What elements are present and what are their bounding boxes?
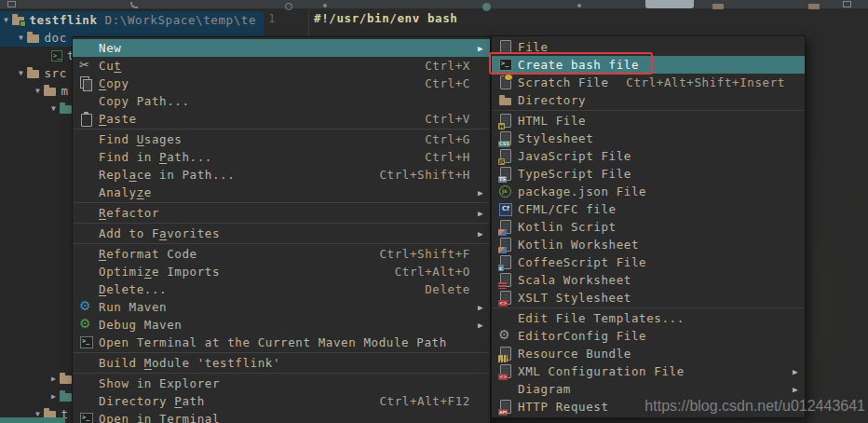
menu-item-add-to-favorites[interactable]: Add to Favorites▶ <box>73 225 490 242</box>
toolbar-icon[interactable] <box>130 2 138 8</box>
no-icon <box>79 282 93 296</box>
submenu-arrow-icon: ▶ <box>474 44 483 53</box>
submenu-item-xml-configuration-file[interactable]: XML Configuration File▶ <box>492 362 805 380</box>
menu-item-build-module-testflink[interactable]: Build Module 'testflink' <box>73 354 490 372</box>
menu-item-label: Add to Favorites <box>99 226 220 240</box>
submenu-item-package-json-file[interactable]: package.json File <box>492 183 805 200</box>
menu-item-shortcut: Ctrl+V <box>425 112 470 126</box>
toolbar-icon[interactable] <box>323 4 327 7</box>
toolbar-icon[interactable] <box>843 1 851 7</box>
menu-separator <box>74 223 489 224</box>
toolbar-icon[interactable] <box>577 4 581 7</box>
menu-item-optimize-imports[interactable]: Optimize ImportsCtrl+Alt+O <box>73 263 490 280</box>
submenu-arrow-icon: ▶ <box>474 321 483 330</box>
menu-item-new[interactable]: New▶ <box>73 39 490 57</box>
submenu-item-stylesheet[interactable]: Stylesheet <box>492 130 805 147</box>
menu-item-label: Scala Worksheet <box>518 273 631 287</box>
submenu-item-kotlin-script[interactable]: Kotlin Script <box>492 218 805 236</box>
submenu-item-resource-bundle[interactable]: Resource Bundle <box>492 345 805 362</box>
menu-item-find-in-path[interactable]: Find in Path...Ctrl+H <box>73 148 490 166</box>
submenu-item-editorconfig-file[interactable]: EditorConfig File <box>492 327 805 345</box>
submenu-item-coffeescript-file[interactable]: CoffeeScript File <box>492 253 805 271</box>
no-icon <box>79 185 93 199</box>
menu-item-refactor[interactable]: Refactor▶ <box>73 204 490 222</box>
menu-item-copy[interactable]: CopyCtrl+C <box>73 75 490 92</box>
menu-item-run-maven[interactable]: Run Maven▶ <box>73 298 490 316</box>
toolbar-icon[interactable] <box>285 3 292 10</box>
tree-label: m <box>61 84 68 98</box>
toolbar-icon[interactable] <box>482 3 491 11</box>
shell-file-icon <box>51 50 62 61</box>
submenu-item-xslt-stylesheet[interactable]: XSLT Stylesheet <box>492 289 805 307</box>
menu-item-cut[interactable]: CutCtrl+X <box>73 57 490 75</box>
no-icon <box>79 394 93 408</box>
submenu-item-scala-worksheet[interactable]: Scala Worksheet <box>492 271 805 289</box>
no-icon <box>79 150 93 164</box>
submenu-item-html-file[interactable]: HTML File <box>492 112 805 130</box>
chevron-right-icon[interactable]: ▶ <box>51 392 56 401</box>
chevron-down-icon[interactable]: ▼ <box>19 69 23 77</box>
project-root-label: testflink <box>29 13 97 27</box>
menu-item-reformat-code[interactable]: Reformat CodeCtrl+Shift+F <box>73 245 490 263</box>
menu-item-show-in-explorer[interactable]: Show in Explorer <box>73 375 490 392</box>
menu-item-label: XML Configuration File <box>518 364 685 378</box>
chevron-down-icon[interactable]: ▼ <box>4 16 8 24</box>
menu-item-open-in-terminal[interactable]: Open in Terminal <box>73 410 490 423</box>
menu-item-label: Delete... <box>99 282 167 296</box>
menu-item-label: Show in Explorer <box>99 376 220 390</box>
xml-file-icon <box>498 364 512 378</box>
submenu-arrow-icon: ▶ <box>474 209 483 218</box>
toolbar-icon[interactable] <box>7 1 16 7</box>
javascript-file-icon <box>498 149 512 163</box>
chevron-down-icon[interactable]: ▼ <box>51 104 56 113</box>
menu-item-delete[interactable]: Delete...Delete <box>73 280 490 298</box>
kotlin-file-icon <box>498 238 512 252</box>
toolbar-folder-icon[interactable] <box>712 4 724 9</box>
ide-window: 1 #!/usr/bin/env bash ▼ testflink D:\Wor… <box>0 0 868 423</box>
project-root-path: D:\WorkSpace\temp\te <box>105 13 257 27</box>
submenu-item-diagram[interactable]: Diagram▶ <box>492 380 805 398</box>
menu-item-debug-maven[interactable]: Debug Maven▶ <box>73 316 490 334</box>
menu-item-paste[interactable]: PasteCtrl+V <box>73 110 490 128</box>
menu-item-copy-path[interactable]: Copy Path... <box>73 92 490 110</box>
chevron-right-icon[interactable]: ▶ <box>51 375 56 383</box>
tree-item-project-root[interactable]: ▼ testflink D:\WorkSpace\temp\te <box>0 11 264 29</box>
submenu-item-kotlin-worksheet[interactable]: Kotlin Worksheet <box>492 236 805 253</box>
menu-item-shortcut: Ctrl+Alt+Shift+Insert <box>626 75 785 89</box>
menu-item-find-usages[interactable]: Find UsagesCtrl+G <box>73 130 490 148</box>
menu-item-analyze[interactable]: Analyze▶ <box>73 184 490 201</box>
line-number: 1 <box>268 11 276 25</box>
no-icon <box>79 206 93 220</box>
menu-item-directory-path[interactable]: Directory PathCtrl+Alt+F12 <box>73 392 490 410</box>
menu-item-open-terminal-at-the-current-maven-module-path[interactable]: Open Terminal at the Current Maven Modul… <box>73 334 490 351</box>
terminal-icon <box>79 412 93 423</box>
menu-item-label: Scratch File <box>518 75 609 89</box>
tree-label: src <box>44 66 66 80</box>
menu-item-shortcut: Delete <box>425 282 470 296</box>
toolbar-folder-icon[interactable] <box>808 4 820 9</box>
chevron-down-icon[interactable]: ▼ <box>35 87 40 95</box>
no-icon <box>79 94 93 108</box>
cfml-file-icon <box>498 202 512 216</box>
no-icon <box>79 265 93 279</box>
submenu-arrow-icon: ▶ <box>474 188 483 198</box>
editorconfig-gear-icon <box>498 329 512 343</box>
no-icon <box>79 41 93 55</box>
menu-item-label: Find Usages <box>99 132 182 146</box>
new-submenu: FileCreate bash fileScratch FileCtrl+Alt… <box>491 35 806 418</box>
folder-icon <box>27 34 39 43</box>
chevron-down-icon[interactable]: ▼ <box>19 34 23 42</box>
module-folder-icon <box>12 17 24 25</box>
menu-item-replace-in-path[interactable]: Replace in Path...Ctrl+Shift+H <box>73 166 490 184</box>
submenu-item-edit-file-templates[interactable]: Edit File Templates... <box>492 309 805 327</box>
menu-item-shortcut: Ctrl+Alt+O <box>395 265 470 279</box>
submenu-arrow-icon: ▶ <box>474 229 483 239</box>
submenu-item-typescript-file[interactable]: TypeScript File <box>492 165 805 183</box>
submenu-item-directory[interactable]: Directory <box>492 91 805 109</box>
submenu-item-scratch-file[interactable]: Scratch FileCtrl+Alt+Shift+Insert <box>492 74 805 91</box>
toolbar-button[interactable] <box>645 0 694 8</box>
submenu-item-javascript-file[interactable]: JavaScript File <box>492 147 805 165</box>
scratch-file-icon <box>498 75 512 89</box>
submenu-item-cfml-cfc-file[interactable]: CFML/CFC file <box>492 200 805 218</box>
menu-item-label: Open in Terminal <box>99 412 220 423</box>
